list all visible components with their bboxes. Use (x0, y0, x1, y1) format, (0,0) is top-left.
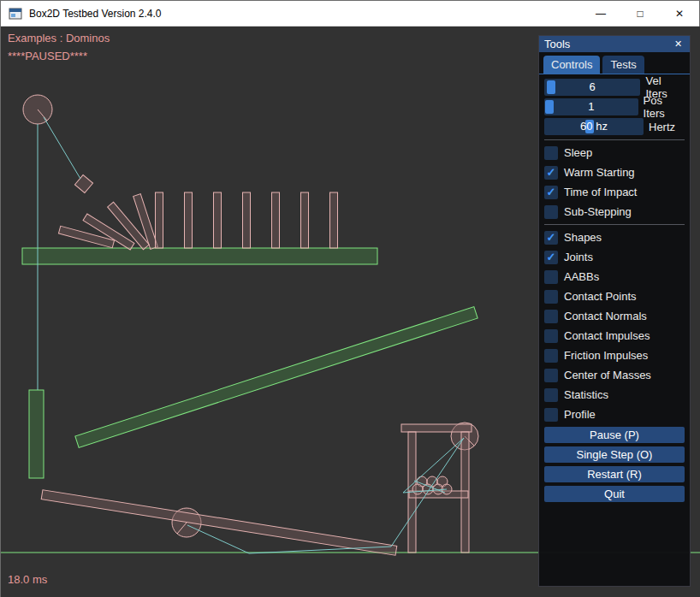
example-label: Examples : Dominos (8, 32, 110, 44)
hertz-slider[interactable]: 60 hz (544, 118, 644, 135)
slider-label: Hertz (649, 121, 675, 133)
tools-content: 6 Vel Iters 1 Pos Iters 60 hz Hertz (539, 74, 690, 502)
checkbox-joints[interactable]: ✓ Joints (544, 250, 685, 264)
checkbox-statistics[interactable]: ✓ Statistics (544, 387, 685, 402)
checkbox-box: ✓ (544, 408, 558, 422)
os-titlebar[interactable]: Box2D Testbed Version 2.4.0 — □ ✕ (1, 1, 699, 27)
close-button[interactable]: ✕ (660, 1, 699, 27)
checkbox-box: ✓ (544, 329, 558, 343)
app-window: Box2D Testbed Version 2.4.0 — □ ✕ (0, 0, 700, 597)
checkbox-box: ✓ (544, 369, 558, 382)
app-icon (9, 7, 22, 21)
checkbox-center-of-masses[interactable]: ✓ Center of Masses (544, 368, 685, 382)
tools-tabbar: Controls Tests (539, 52, 690, 74)
separator (544, 224, 685, 225)
single-step-button[interactable]: Single Step (O) (544, 446, 685, 463)
checkbox-sub-stepping[interactable]: ✓ Sub-Stepping (544, 204, 685, 219)
checkbox-box: ✓ (544, 388, 558, 402)
slider-row: 60 hz Hertz (544, 118, 685, 135)
tab-controls[interactable]: Controls (543, 56, 600, 74)
separator (544, 139, 685, 140)
quit-button[interactable]: Quit (544, 486, 685, 502)
checkbox-box: ✓ (544, 205, 558, 219)
checkbox-contact-normals[interactable]: ✓ Contact Normals (544, 309, 685, 323)
checkbox-box: ✓ (544, 166, 558, 180)
checkbox-box: ✓ (544, 290, 558, 304)
checkbox-box: ✓ (544, 186, 558, 199)
checkbox-box: ✓ (544, 270, 558, 284)
tools-close-icon[interactable]: ✕ (672, 38, 685, 50)
pause-button[interactable]: Pause (P) (544, 427, 685, 443)
slider-row: 1 Pos Iters (544, 98, 685, 115)
frame-time-label: 18.0 ms (8, 573, 47, 586)
minimize-button[interactable]: — (581, 1, 620, 27)
check-icon: ✓ (547, 232, 556, 243)
checkbox-time-of-impact[interactable]: ✓ Time of Impact (544, 185, 685, 199)
window-title: Box2D Testbed Version 2.4.0 (29, 8, 581, 20)
tools-title: Tools (544, 38, 672, 50)
checkbox-box: ✓ (544, 310, 558, 323)
checkbox-box: ✓ (544, 146, 558, 160)
check-icon: ✓ (547, 186, 556, 198)
checkbox-box: ✓ (544, 231, 558, 245)
tools-panel: Tools ✕ Controls Tests 6 Vel Iters 1 Pos… (538, 35, 691, 587)
checkbox-friction-impulses[interactable]: ✓ Friction Impulses (544, 348, 685, 363)
pos-iters-slider[interactable]: 1 (544, 98, 638, 115)
checkbox-shapes[interactable]: ✓ Shapes (544, 230, 685, 245)
checkbox-contact-impulses[interactable]: ✓ Contact Impulses (544, 328, 685, 343)
slider-row: 6 Vel Iters (544, 79, 685, 96)
check-icon: ✓ (547, 251, 556, 263)
vel-iters-slider[interactable]: 6 (544, 79, 640, 96)
maximize-button[interactable]: □ (620, 1, 660, 27)
checkbox-warm-starting[interactable]: ✓ Warm Starting (544, 165, 685, 180)
tab-tests[interactable]: Tests (602, 56, 644, 74)
checkbox-sleep[interactable]: ✓ Sleep (544, 145, 685, 160)
checkbox-box: ✓ (544, 251, 558, 264)
checkbox-profile[interactable]: ✓ Profile (544, 407, 685, 422)
check-icon: ✓ (547, 167, 556, 178)
checkbox-aabbs[interactable]: ✓ AABBs (544, 269, 685, 284)
paused-label: ****PAUSED**** (8, 50, 87, 62)
checkbox-contact-points[interactable]: ✓ Contact Points (544, 289, 685, 304)
tools-titlebar[interactable]: Tools ✕ (539, 36, 690, 52)
restart-button[interactable]: Restart (R) (544, 466, 685, 482)
checkbox-box: ✓ (544, 349, 558, 363)
slider-label: Pos Iters (644, 94, 685, 120)
